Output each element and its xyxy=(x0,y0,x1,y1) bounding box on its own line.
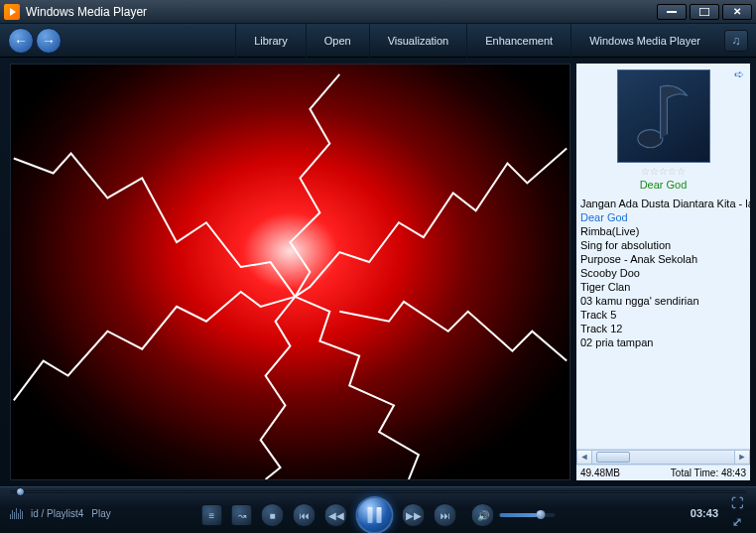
window-title: Windows Media Player xyxy=(26,5,654,19)
volume-knob[interactable] xyxy=(536,510,545,519)
back-button[interactable]: ← xyxy=(8,28,34,54)
elapsed-time: 03:43 xyxy=(691,507,718,519)
playlist: Jangan Ada Dusta Diantara Kita - laDear … xyxy=(576,193,750,449)
play-pause-button[interactable] xyxy=(356,496,394,533)
svg-rect-1 xyxy=(699,8,709,16)
playlist-item[interactable]: Purpose - Anak Sekolah xyxy=(580,252,750,266)
volume-slider[interactable] xyxy=(500,513,556,517)
scroll-left-button[interactable]: ◄ xyxy=(576,450,592,465)
expand-panel-icon[interactable]: ➪ xyxy=(734,67,744,81)
transport-controls: ≡ ↝ ■ ⏮ ◀◀ ▶▶ ⏭ 🔊 xyxy=(201,496,556,533)
previous-button[interactable]: ⏮ xyxy=(293,503,316,527)
play-mode-label[interactable]: Play xyxy=(91,508,110,519)
seek-knob[interactable] xyxy=(16,487,25,496)
horizontal-scrollbar[interactable]: ◄ ► xyxy=(576,449,750,465)
fullscreen-button[interactable]: ⛶ xyxy=(728,496,746,512)
equalizer-icon xyxy=(10,507,23,519)
forward-button[interactable]: → xyxy=(36,28,62,54)
playlist-item[interactable]: Jangan Ada Dusta Diantara Kita - la xyxy=(580,197,750,210)
title-bar: Windows Media Player ✕ xyxy=(0,0,756,24)
status-row: 49.48MB Total Time: 48:43 xyxy=(576,465,750,480)
total-time: Total Time: 48:43 xyxy=(671,466,746,480)
seek-bar[interactable] xyxy=(10,489,746,495)
shuffle-button[interactable]: ↝ xyxy=(231,504,253,526)
controls-left: id / Playlist4 Play xyxy=(10,507,111,519)
svg-rect-0 xyxy=(667,11,677,13)
playlist-item[interactable]: Rimba(Live) xyxy=(580,224,750,238)
forward-button[interactable]: ▶▶ xyxy=(402,503,426,527)
playback-controls: id / Playlist4 Play ≡ ↝ ■ ⏮ ◀◀ ▶▶ ⏭ 🔊 03… xyxy=(0,486,756,533)
next-button[interactable]: ⏭ xyxy=(434,503,457,527)
minimize-button[interactable] xyxy=(657,4,687,20)
playlist-item[interactable]: Sing for absolution xyxy=(580,238,750,252)
stop-button[interactable]: ■ xyxy=(261,503,285,527)
mute-button[interactable]: 🔊 xyxy=(471,503,495,527)
wmp-logo-icon xyxy=(4,4,20,20)
close-button[interactable]: ✕ xyxy=(722,4,752,20)
music-note-icon xyxy=(635,82,693,150)
playlist-menu-button[interactable]: ≡ xyxy=(201,504,223,526)
scroll-track[interactable] xyxy=(592,450,734,465)
menu-visualization[interactable]: Visualization xyxy=(369,24,467,58)
scroll-right-button[interactable]: ► xyxy=(734,450,750,465)
volume-control: 🔊 xyxy=(471,503,556,527)
controls-right: 03:43 ⛶ ⤢ xyxy=(691,496,746,531)
album-section: ☆☆☆☆☆ Dear God xyxy=(576,64,750,193)
toolbar: ← → Library Open Visualization Enhanceme… xyxy=(0,24,756,58)
main-area: ➪ ☆☆☆☆☆ Dear God Jangan Ada Dusta Dianta… xyxy=(0,58,756,486)
now-playing-title: Dear God xyxy=(640,179,688,191)
playlist-item[interactable]: Scooby Doo xyxy=(580,266,750,280)
maximize-button[interactable] xyxy=(690,4,719,20)
playlist-item[interactable]: Track 12 xyxy=(580,322,750,335)
playlist-item[interactable]: Dear God xyxy=(580,210,750,224)
app-name-label: Windows Media Player xyxy=(570,24,718,58)
playlist-size: 49.48MB xyxy=(580,466,620,480)
playlist-item[interactable]: Tiger Clan xyxy=(580,280,750,294)
menu-library[interactable]: Library xyxy=(235,24,306,58)
album-art[interactable] xyxy=(617,69,710,163)
svg-point-2 xyxy=(637,130,662,148)
menu-open[interactable]: Open xyxy=(306,24,369,58)
rating-stars[interactable]: ☆☆☆☆☆ xyxy=(641,166,686,177)
scroll-thumb[interactable] xyxy=(596,452,630,463)
rewind-button[interactable]: ◀◀ xyxy=(324,503,348,527)
playlist-item[interactable]: Track 5 xyxy=(580,308,750,322)
playlist-item[interactable]: 03 kamu ngga' sendirian xyxy=(580,294,750,308)
playlist-name-label[interactable]: id / Playlist4 xyxy=(31,508,83,519)
now-playing-panel: ➪ ☆☆☆☆☆ Dear God Jangan Ada Dusta Dianta… xyxy=(576,64,750,480)
playlist-item[interactable]: 02 pria tampan xyxy=(580,335,750,349)
music-icon-button[interactable]: ♫ xyxy=(724,30,748,52)
visualization-pane[interactable] xyxy=(10,64,570,480)
compact-mode-button[interactable]: ⤢ xyxy=(728,515,746,531)
visualization-lightning xyxy=(11,65,569,479)
menu-enhancement[interactable]: Enhancement xyxy=(466,24,570,58)
